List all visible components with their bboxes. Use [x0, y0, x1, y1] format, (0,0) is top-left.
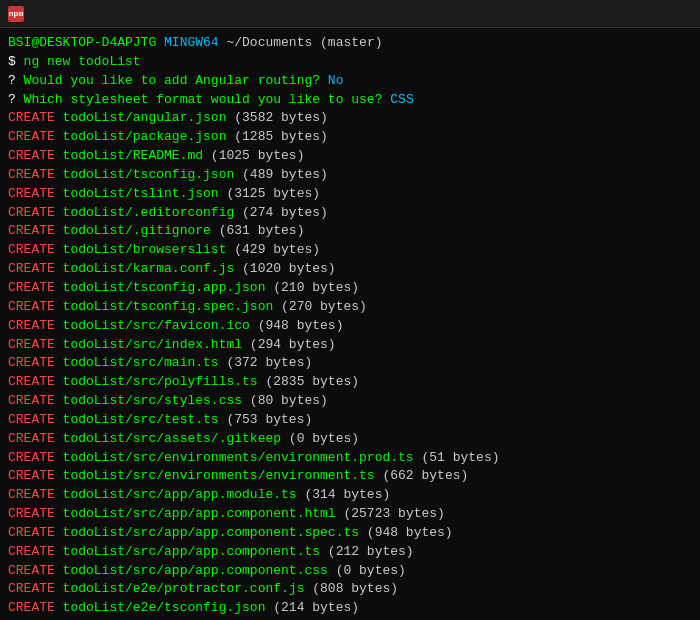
terminal-window: npm BSI@DESKTOP-D4APJTG MINGW64 ~/Docume…	[0, 0, 700, 620]
terminal-line-16: CREATE todoList/src/polyfills.ts (2835 b…	[8, 373, 692, 392]
prompt-path: ~/Documents (master)	[219, 35, 383, 50]
terminal-line-21: CREATE todoList/src/environments/environ…	[8, 467, 692, 486]
prompt-line: BSI@DESKTOP-D4APJTG MINGW64 ~/Documents …	[8, 34, 692, 72]
terminal-line-18: CREATE todoList/src/test.ts (753 bytes)	[8, 411, 692, 430]
terminal-line-17: CREATE todoList/src/styles.css (80 bytes…	[8, 392, 692, 411]
terminal-line-22: CREATE todoList/src/app/app.module.ts (3…	[8, 486, 692, 505]
terminal-line-26: CREATE todoList/src/app/app.component.cs…	[8, 562, 692, 581]
terminal-line-7: CREATE todoList/.editorconfig (274 bytes…	[8, 204, 692, 223]
titlebar: npm	[0, 0, 700, 28]
terminal-line-9: CREATE todoList/browserslist (429 bytes)	[8, 241, 692, 260]
terminal-line-28: CREATE todoList/e2e/tsconfig.json (214 b…	[8, 599, 692, 618]
terminal-line-12: CREATE todoList/tsconfig.spec.json (270 …	[8, 298, 692, 317]
terminal-line-14: CREATE todoList/src/index.html (294 byte…	[8, 336, 692, 355]
prompt-command: ng new todoList	[24, 54, 141, 69]
terminal-line-15: CREATE todoList/src/main.ts (372 bytes)	[8, 354, 692, 373]
terminal-line-23: CREATE todoList/src/app/app.component.ht…	[8, 505, 692, 524]
prompt-dollar: $	[8, 54, 24, 69]
prompt-user: BSI@DESKTOP-D4APJTG	[8, 35, 156, 50]
terminal-line-6: CREATE todoList/tslint.json (3125 bytes)	[8, 185, 692, 204]
terminal-line-4: CREATE todoList/README.md (1025 bytes)	[8, 147, 692, 166]
terminal-line-10: CREATE todoList/karma.conf.js (1020 byte…	[8, 260, 692, 279]
terminal-line-11: CREATE todoList/tsconfig.app.json (210 b…	[8, 279, 692, 298]
terminal-line-5: CREATE todoList/tsconfig.json (489 bytes…	[8, 166, 692, 185]
terminal-line-1: ? Which stylesheet format would you like…	[8, 91, 692, 110]
terminal-line-24: CREATE todoList/src/app/app.component.sp…	[8, 524, 692, 543]
terminal-line-27: CREATE todoList/e2e/protractor.conf.js (…	[8, 580, 692, 599]
prompt-host: MINGW64	[164, 35, 219, 50]
npm-icon: npm	[8, 6, 24, 22]
terminal-line-13: CREATE todoList/src/favicon.ico (948 byt…	[8, 317, 692, 336]
terminal-line-19: CREATE todoList/src/assets/.gitkeep (0 b…	[8, 430, 692, 449]
terminal-line-8: CREATE todoList/.gitignore (631 bytes)	[8, 222, 692, 241]
terminal-line-0: ? Would you like to add Angular routing?…	[8, 72, 692, 91]
terminal-line-25: CREATE todoList/src/app/app.component.ts…	[8, 543, 692, 562]
terminal-line-20: CREATE todoList/src/environments/environ…	[8, 449, 692, 468]
terminal-line-2: CREATE todoList/angular.json (3582 bytes…	[8, 109, 692, 128]
terminal-content[interactable]: BSI@DESKTOP-D4APJTG MINGW64 ~/Documents …	[0, 28, 700, 620]
terminal-line-3: CREATE todoList/package.json (1285 bytes…	[8, 128, 692, 147]
